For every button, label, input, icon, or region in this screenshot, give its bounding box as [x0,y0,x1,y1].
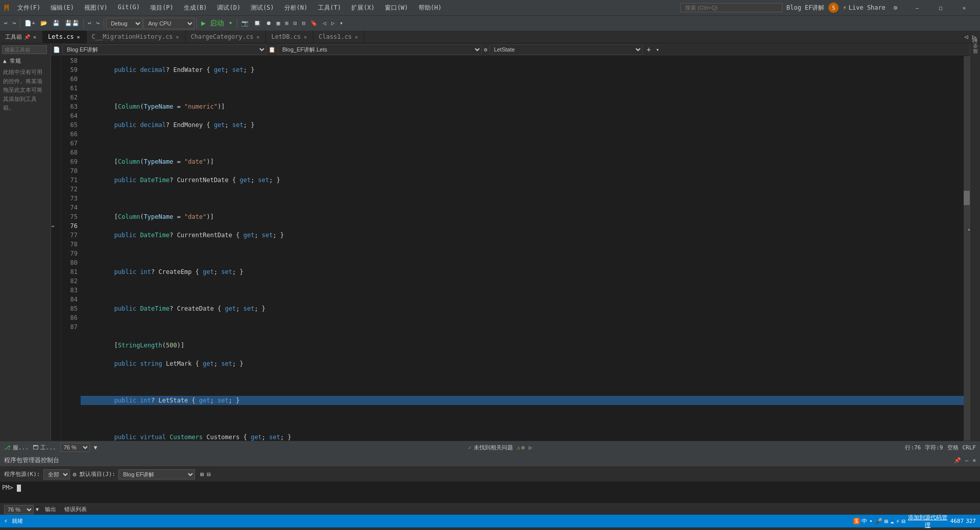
more-icons[interactable]: ⊟ [901,518,905,525]
tab-class1-close[interactable]: ✕ [354,34,359,40]
pkg-pin-icon[interactable]: 📌 [954,457,961,464]
redo2-button[interactable]: ↪ [94,19,102,28]
uninstall-icon[interactable]: ⊟ [207,471,210,478]
tab-letdb[interactable]: LetDB.cs ✕ [266,31,313,43]
menu-window[interactable]: 窗口(W) [381,3,412,13]
layout-button[interactable]: ▦ [275,19,282,28]
cloud-icon[interactable]: ☁ [890,518,894,525]
toolbox-section-header[interactable]: ▲ 常规 [0,56,51,66]
git-changes-icon[interactable]: 变 [972,51,979,55]
tab-error-list[interactable]: 错误列表 [62,504,89,514]
nav-add-icon[interactable]: + [645,45,653,54]
tab-lets-cs-close[interactable]: ✕ [76,34,81,40]
settings-gear-icon[interactable]: ⚙ [73,471,77,478]
bookmark-button[interactable]: 🔖 [308,19,320,28]
filter-icon[interactable]: ⚡ [896,518,899,525]
start-button[interactable]: ▶ 启动 • [199,18,235,29]
screenshot-button[interactable]: 🔲 [252,19,263,28]
tab-lets-cs[interactable]: Lets.cs ✕ [43,31,87,43]
tab-left-arrow[interactable]: ◁ [963,33,970,40]
nav-back-button[interactable]: ◁ [321,19,328,28]
code-line-64: public DateTime? CurrentNetDate { get; s… [85,175,960,185]
tab-migration-history[interactable]: C__MigrationHistory.cs ✕ [87,31,186,43]
code-line-68 [85,249,960,258]
package-source-select[interactable]: 全部 [43,469,70,479]
zoom-select[interactable]: 76 % 100 % [60,443,90,452]
menu-analyze[interactable]: 分析(N) [280,3,312,13]
class-dropdown[interactable]: Blog_EF讲解.Lets [278,44,482,55]
undo-button[interactable]: ↩ [2,19,10,28]
menu-edit[interactable]: 编辑(E) [46,3,78,13]
nav-forward-icon[interactable]: ▷ [529,444,532,451]
zoom-icon[interactable]: ▼ [94,444,97,451]
menu-file[interactable]: 文件(F) [13,3,45,13]
save-button[interactable]: 💾 [51,19,62,28]
save-all-button[interactable]: 💾💾 [63,19,81,28]
grid-button[interactable]: ⊞ [283,19,290,28]
redo-button[interactable]: ↪ [11,19,18,28]
settings-icon[interactable]: ⚙ [890,4,901,11]
code-line-66: [Column(TypeName = "date")] [85,212,960,221]
namespace-dropdown[interactable]: Blog EF讲解 [62,44,266,55]
tab-letdb-close[interactable]: ✕ [303,34,308,40]
code-content[interactable]: public decimal? EndWater { get; set; } [… [81,56,964,441]
menu-test[interactable]: 测试(S) [247,3,278,13]
tab-charge-close[interactable]: ✕ [255,34,260,40]
record-button[interactable]: ⏺ [264,19,274,28]
tab-charge-category[interactable]: ChargeCategory.cs ✕ [186,31,266,43]
add-source-control[interactable]: 添加到源代码管理 [908,514,947,528]
code-line-67: public DateTime? CurrentRentDate { get; … [85,231,960,240]
menu-debug[interactable]: 调试(D) [213,3,244,13]
table-icon[interactable]: ⊞ [885,518,888,525]
vertical-scrollbar[interactable] [964,56,970,441]
margin-button[interactable]: ⊟ [300,19,308,28]
bottom-zoom-select[interactable]: 76 % 100 % [4,505,34,514]
nav-chevron-icon[interactable]: ▾ [655,46,660,53]
minimize-button[interactable]: — [905,0,929,15]
platform-select[interactable]: Any CPU x64 [143,18,194,29]
toolbox-mode-icon[interactable]: 🗔 [33,444,38,451]
debug-mode-select[interactable]: Debug Release [106,18,142,29]
toolbox-search-input[interactable] [2,45,47,54]
nav-menu-button[interactable]: ▾ [338,19,346,28]
tab-toolbox-pin[interactable]: 📌 [24,34,30,40]
nav-forward-button[interactable]: ▷ [329,19,337,28]
tab-toolbox-close[interactable]: ✕ [32,34,37,40]
install-icon[interactable]: ⊞ [200,471,204,478]
method-dropdown[interactable]: LetState [489,44,643,55]
maximize-button[interactable]: □ [929,0,952,15]
menu-project[interactable]: 项目(P) [146,3,178,13]
tab-output[interactable]: 输出 [43,504,58,514]
scrollbar-thumb[interactable] [964,191,970,205]
default-project-select[interactable]: Blog EF讲解 [118,469,195,479]
undo2-button[interactable]: ↩ [86,19,93,28]
solution-explorer-icon[interactable]: 解 [971,45,979,49]
live-share-button[interactable]: ⚡ Live Share [839,3,889,12]
close-button[interactable]: ✕ [952,0,976,15]
menu-extensions[interactable]: 扩展(X) [347,3,379,13]
new-project-button[interactable]: 📄+ [22,19,37,28]
pkg-close-icon[interactable]: ✕ [972,457,976,464]
tab-class1[interactable]: Class1.cs ✕ [313,31,364,43]
commit-icon[interactable]: ⊙ [521,444,525,451]
pkg-minimize-icon[interactable]: — [965,457,969,464]
menu-build[interactable]: 生成(B) [180,3,211,13]
open-button[interactable]: 📂 [38,19,50,28]
camera-button[interactable]: 📷 [239,19,251,28]
menu-view[interactable]: 视图(V) [80,3,112,13]
live-share-label: Live Share [849,4,886,11]
global-search-input[interactable] [680,3,782,12]
menu-tools[interactable]: 工具(T) [314,3,346,13]
tab-right-arrow[interactable]: ▷ [970,33,978,40]
server-explorer-icon[interactable]: 服 [972,56,979,60]
menu-git[interactable]: Git(G) [114,3,144,13]
bottom-zoom-arrow[interactable]: ▼ [36,507,39,512]
status-check-icon: ✓ [468,444,472,451]
menu-help[interactable]: 帮助(H) [414,3,446,13]
mic-icon[interactable]: 🎤 [875,518,883,525]
tab-migration-close[interactable]: ✕ [175,34,180,40]
tab-navigation[interactable]: ◁ ▷ [961,31,980,43]
tab-toolbox[interactable]: 工具箱 📌 ✕ [0,31,43,43]
package-manager-content[interactable]: PM> [0,482,980,503]
snap-button[interactable]: ⊡ [291,19,299,28]
